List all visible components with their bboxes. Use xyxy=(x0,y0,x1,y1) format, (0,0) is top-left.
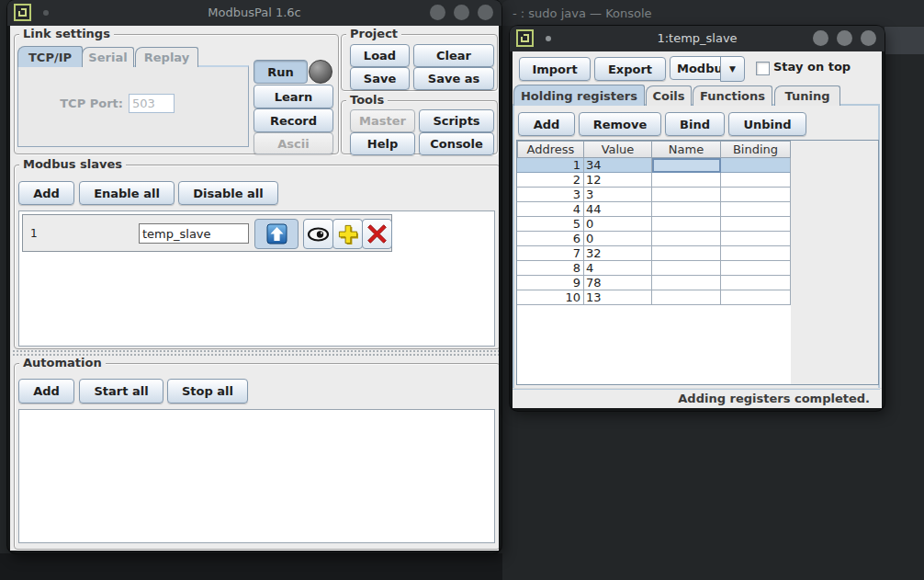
cell-name[interactable] xyxy=(652,232,721,246)
cell-name[interactable] xyxy=(652,217,721,232)
clear-button[interactable]: Clear xyxy=(413,44,494,67)
tab-coils[interactable]: Coils xyxy=(646,85,692,106)
load-button[interactable]: Load xyxy=(350,44,410,67)
tab-replay[interactable]: Replay xyxy=(135,47,198,67)
column-header-address[interactable]: Address xyxy=(517,141,584,158)
cell-value[interactable]: 13 xyxy=(584,290,652,305)
modbuspal-titlebar[interactable]: ModbusPal 1.6c xyxy=(7,0,501,26)
cell-binding[interactable] xyxy=(721,158,791,173)
cell-value[interactable]: 12 xyxy=(584,173,652,188)
export-button[interactable]: Export xyxy=(594,57,666,81)
cell-name[interactable] xyxy=(652,173,721,188)
cell-binding[interactable] xyxy=(721,217,791,232)
slave-enabled-toggle[interactable] xyxy=(254,219,299,249)
tab-tcpip[interactable]: TCP/IP xyxy=(17,46,83,67)
cell-address[interactable]: 3 xyxy=(517,188,584,202)
save-button[interactable]: Save xyxy=(350,67,410,90)
console-button[interactable]: Console xyxy=(419,132,494,155)
cell-value[interactable]: 44 xyxy=(584,202,652,217)
minimize-button[interactable] xyxy=(430,5,445,20)
table-row[interactable]: 732 xyxy=(517,246,791,261)
table-row[interactable]: 84 xyxy=(517,261,791,276)
slave-add-register-button[interactable] xyxy=(332,219,363,249)
tab-serial[interactable]: Serial xyxy=(82,47,134,67)
cell-value[interactable]: 3 xyxy=(584,188,652,202)
register-bind-button[interactable]: Bind xyxy=(665,112,725,136)
close-button[interactable] xyxy=(861,30,876,46)
cell-value[interactable]: 4 xyxy=(584,261,652,276)
cell-address[interactable]: 10 xyxy=(517,290,584,305)
cell-address[interactable]: 4 xyxy=(517,202,584,217)
cell-value[interactable]: 0 xyxy=(584,217,652,232)
table-row[interactable]: 212 xyxy=(517,173,791,188)
cell-name[interactable] xyxy=(652,276,721,290)
slave-list-item[interactable]: 1 temp_slave xyxy=(22,214,392,252)
slave-delete-button[interactable] xyxy=(362,219,392,249)
cell-binding[interactable] xyxy=(721,261,791,276)
cell-value[interactable]: 34 xyxy=(584,158,652,173)
register-remove-button[interactable]: Remove xyxy=(579,112,661,136)
scripts-button[interactable]: Scripts xyxy=(419,109,494,132)
stay-on-top-checkbox[interactable] xyxy=(756,62,770,75)
cell-address[interactable]: 1 xyxy=(517,158,584,173)
minimize-button[interactable] xyxy=(813,30,828,46)
cell-name[interactable] xyxy=(652,246,721,261)
table-row[interactable]: 134 xyxy=(517,158,791,173)
import-button[interactable]: Import xyxy=(519,57,591,81)
automation-add-button[interactable]: Add xyxy=(18,379,74,404)
learn-button[interactable]: Learn xyxy=(254,85,333,108)
help-button[interactable]: Help xyxy=(350,132,415,155)
enable-all-button[interactable]: Enable all xyxy=(79,181,175,205)
ascii-button[interactable]: Ascii xyxy=(254,132,333,154)
cell-address[interactable]: 6 xyxy=(517,232,584,246)
cell-address[interactable]: 8 xyxy=(517,261,584,276)
cell-value[interactable]: 78 xyxy=(584,276,652,290)
start-all-button[interactable]: Start all xyxy=(79,379,163,404)
save-as-button[interactable]: Save as xyxy=(413,67,494,90)
tab-tuning[interactable]: Tuning xyxy=(774,85,840,106)
tab-holding-registers[interactable]: Holding registers xyxy=(513,85,645,106)
cell-binding[interactable] xyxy=(721,276,791,290)
disable-all-button[interactable]: Disable all xyxy=(178,181,278,205)
tab-functions[interactable]: Functions xyxy=(693,85,772,106)
cell-value[interactable]: 32 xyxy=(584,246,652,261)
cell-binding[interactable] xyxy=(721,202,791,217)
cell-address[interactable]: 9 xyxy=(517,276,584,290)
cell-name[interactable] xyxy=(652,290,721,305)
register-unbind-button[interactable]: Unbind xyxy=(728,112,806,136)
column-header-name[interactable]: Name xyxy=(652,141,721,158)
cell-name[interactable] xyxy=(652,261,721,276)
table-row[interactable]: 33 xyxy=(517,188,791,202)
maximize-button[interactable] xyxy=(837,30,852,46)
cell-binding[interactable] xyxy=(721,290,791,305)
temp-slave-titlebar[interactable]: 1:temp_slave xyxy=(510,26,885,51)
cell-binding[interactable] xyxy=(721,232,791,246)
cell-binding[interactable] xyxy=(721,246,791,261)
column-header-value[interactable]: Value xyxy=(584,141,652,158)
column-header-binding[interactable]: Binding xyxy=(721,141,791,158)
cell-binding[interactable] xyxy=(721,173,791,188)
maximize-button[interactable] xyxy=(454,5,469,20)
table-row[interactable]: 444 xyxy=(517,202,791,217)
table-row[interactable]: 50 xyxy=(517,217,791,232)
close-button[interactable] xyxy=(478,5,493,20)
cell-name[interactable] xyxy=(652,188,721,202)
stop-all-button[interactable]: Stop all xyxy=(167,379,248,404)
cell-address[interactable]: 5 xyxy=(517,217,584,232)
slave-add-button[interactable]: Add xyxy=(18,181,74,205)
cell-name[interactable] xyxy=(652,202,721,217)
tcp-port-field[interactable]: 503 xyxy=(129,94,175,113)
konsole-titlebar[interactable]: - : sudo java — Konsole xyxy=(501,0,924,26)
slave-view-button[interactable] xyxy=(303,219,333,249)
run-button[interactable]: Run xyxy=(254,60,308,84)
register-table-scrollpane[interactable]: Address Value Name Binding 1342123344450… xyxy=(516,140,879,385)
table-row[interactable]: 60 xyxy=(517,232,791,246)
slave-name-field[interactable]: temp_slave xyxy=(139,223,249,244)
record-button[interactable]: Record xyxy=(254,108,333,132)
combobox-arrow-icon[interactable]: ▼ xyxy=(720,56,745,82)
cell-name[interactable] xyxy=(652,158,721,173)
table-row[interactable]: 978 xyxy=(517,276,791,290)
cell-binding[interactable] xyxy=(721,188,791,202)
protocol-combobox[interactable]: Modbus xyxy=(670,56,727,80)
cell-value[interactable]: 0 xyxy=(584,232,652,246)
